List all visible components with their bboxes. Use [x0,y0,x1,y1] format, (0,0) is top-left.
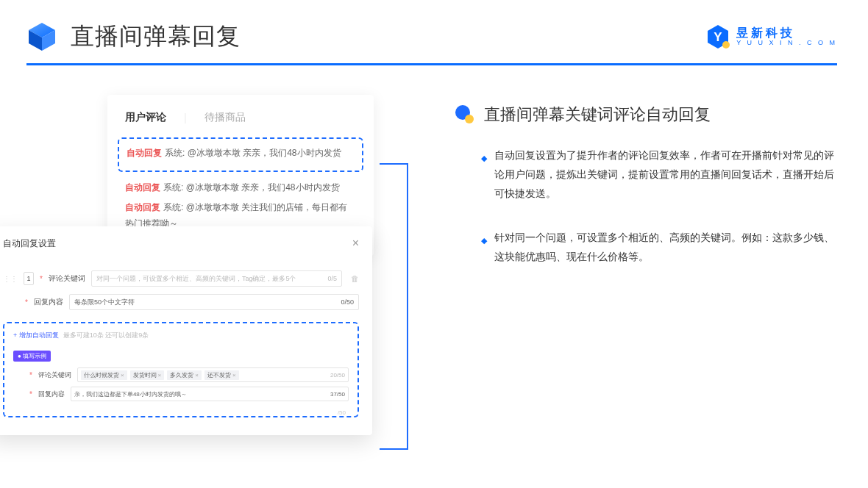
example-keyword-row: * 评论关键词 什么时候发货× 发货时间× 多久发货× 还不发货× 20/50 [13,367,349,382]
ex-keyword-label: 评论关键词 [38,370,71,380]
char-count: 0/5 [327,275,337,282]
tag-remove-icon[interactable]: × [232,372,236,378]
content-label: 回复内容 [34,297,63,307]
close-icon[interactable]: × [352,237,359,250]
chat-icon [453,104,475,126]
bullet-text: 针对同一个问题，可设置多个相近的、高频的关键词。例如：这款多少钱、这块能优惠吗、… [494,229,837,267]
tag-remove-icon[interactable]: × [158,372,162,378]
char-count: 37/50 [330,391,345,398]
diamond-icon: ◆ [481,151,487,204]
diamond-icon: ◆ [481,233,487,267]
settings-card: 自动回复设置 × ⋮⋮ 1 * 评论关键词 对同一个问题，可设置多个相近、高频的… [0,226,372,435]
char-count: 0/50 [341,298,354,306]
content-input[interactable]: 每条限50个中文字符 0/50 [69,294,359,310]
tag-remove-icon[interactable]: × [195,372,199,378]
left-column: 用户评论 | 待播商品 自动回复系统: @冰墩墩本墩 亲亲，我们48小时内发货 … [26,87,409,435]
auto-reply-badge: 自动回复 [125,182,160,193]
reply-row: 自动回复系统: @冰墩墩本墩 亲亲，我们48小时内发货 [127,145,355,162]
example-box: + 增加自动回复 最多可建10条 还可以创建9条 ● 填写示例 * 评论关键词 … [3,322,359,417]
tag: 还不发货× [204,370,239,380]
content-row: * 回复内容 每条限50个中文字符 0/50 [3,294,359,310]
svg-point-6 [465,115,474,123]
stray-count: /50 [338,409,346,416]
header: 直播间弹幕回复 Y 昱新科技 Y U U X I N . C O M [0,0,868,53]
tab-separator: | [184,112,187,123]
brand: Y 昱新科技 Y U U X I N . C O M [705,24,837,49]
char-count: 20/50 [330,372,345,378]
content: 用户评论 | 待播商品 自动回复系统: @冰墩墩本墩 亲亲，我们48小时内发货 … [0,65,868,435]
page-title: 直播间弹幕回复 [71,21,241,53]
index-box: 1 [24,272,34,285]
svg-point-4 [722,41,730,49]
reply-row: 自动回复系统: @冰墩墩本墩 亲亲，我们48小时内发货 [125,179,356,196]
placeholder-text: 对同一个问题，可设置多个相近、高频的关键词，Tag确定，最多5个 [96,274,296,284]
drag-handle-icon[interactable]: ⋮⋮ [3,275,18,283]
ex-content-label: 回复内容 [38,390,65,399]
svg-text:Y: Y [714,30,722,44]
settings-title: 自动回复设置 [3,237,56,250]
add-auto-reply-link[interactable]: + 增加自动回复 最多可建10条 还可以创建9条 [13,331,349,340]
brand-logo-icon: Y [705,24,730,49]
required-dot: * [29,371,32,379]
tag: 发货时间× [130,370,165,380]
tag: 多久发货× [167,370,202,380]
example-content-text: 亲，我们这边都是下单48小时内发货的哦～ [74,390,187,398]
highlighted-reply: 自动回复系统: @冰墩墩本墩 亲亲，我们48小时内发货 [118,137,363,172]
connector-line [380,159,412,453]
placeholder-text: 每条限50个中文字符 [74,298,135,307]
tag-remove-icon[interactable]: × [121,372,124,378]
reply-text: 系统: @冰墩墩本墩 亲亲，我们48小时内发货 [163,182,340,193]
brand-text: 昱新科技 Y U U X I N . C O M [736,26,837,46]
tab-user-comments[interactable]: 用户评论 [125,111,166,124]
cube-icon [26,21,57,52]
required-dot: * [29,390,32,398]
auto-reply-badge: 自动回复 [127,148,162,158]
example-keyword-tags[interactable]: 什么时候发货× 发货时间× 多久发货× 还不发货× 20/50 [77,367,349,382]
auto-reply-badge: 自动回复 [125,202,160,212]
bullets: ◆ 自动回复设置为了提升作者的评论回复效率，作者可在开播前针对常见的评论用户问题… [453,146,837,266]
trash-icon[interactable]: 🗑 [351,274,359,283]
brand-name-cn: 昱新科技 [736,26,837,40]
bullet-item: ◆ 针对同一个问题，可设置多个相近的、高频的关键词。例如：这款多少钱、这块能优惠… [481,229,837,267]
add-hint: 最多可建10条 还可以创建9条 [63,331,149,340]
brand-name-en: Y U U X I N . C O M [736,40,837,47]
tag: 什么时候发货× [81,370,127,380]
tab-pending-products[interactable]: 待播商品 [204,111,246,124]
right-title: 直播间弹幕关键词评论自动回复 [484,104,711,126]
right-column: 直播间弹幕关键词评论自动回复 ◆ 自动回复设置为了提升作者的评论回复效率，作者可… [453,87,837,435]
keyword-label: 评论关键词 [49,273,85,284]
add-text: + 增加自动回复 [13,331,59,340]
right-heading: 直播间弹幕关键词评论自动回复 [453,104,837,126]
example-content-input[interactable]: 亲，我们这边都是下单48小时内发货的哦～ 37/50 [71,387,349,401]
reply-text: 系统: @冰墩墩本墩 亲亲，我们48小时内发货 [165,148,341,158]
keyword-row: ⋮⋮ 1 * 评论关键词 对同一个问题，可设置多个相近、高频的关键词，Tag确定… [3,270,359,287]
required-dot: * [40,275,43,283]
bullet-text: 自动回复设置为了提升作者的评论回复效率，作者可在开播前针对常见的评论用户问题，提… [494,146,837,204]
keyword-input[interactable]: 对同一个问题，可设置多个相近、高频的关键词，Tag确定，最多5个 0/5 [91,270,342,287]
settings-header: 自动回复设置 × [3,237,359,257]
tabs: 用户评论 | 待播商品 [125,111,356,124]
header-left: 直播间弹幕回复 [26,21,241,53]
example-badge: ● 填写示例 [13,351,51,362]
example-content-row: * 回复内容 亲，我们这边都是下单48小时内发货的哦～ 37/50 [13,387,349,401]
bullet-item: ◆ 自动回复设置为了提升作者的评论回复效率，作者可在开播前针对常见的评论用户问题… [481,146,837,204]
required-dot: * [25,298,28,306]
